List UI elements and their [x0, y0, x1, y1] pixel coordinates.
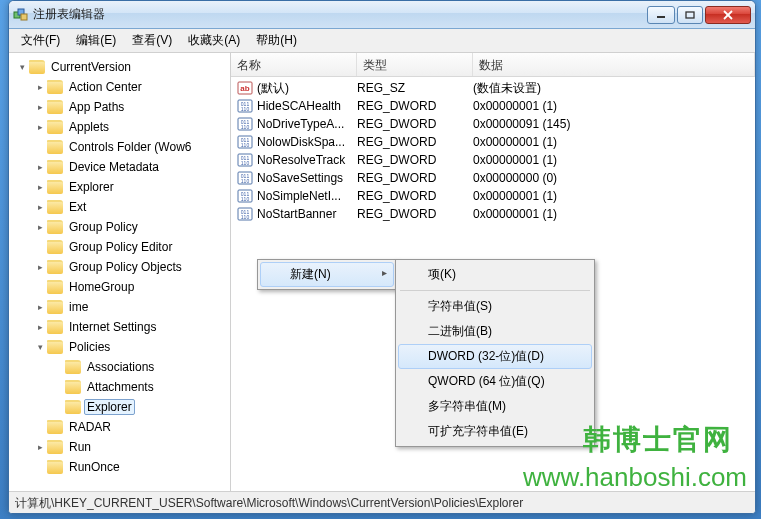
tree-expand-icon[interactable] [53, 402, 63, 412]
svg-text:110: 110 [241, 160, 250, 166]
value-row[interactable]: 011110NoDriveTypeA...REG_DWORD0x00000091… [231, 115, 755, 133]
tree-expand-icon[interactable]: ▸ [35, 322, 45, 332]
tree-expand-icon[interactable]: ▸ [35, 262, 45, 272]
tree-node[interactable]: Associations [9, 357, 230, 377]
tree-expand-icon[interactable]: ▸ [35, 222, 45, 232]
value-name: (默认) [257, 80, 357, 97]
tree-node[interactable]: HomeGroup [9, 277, 230, 297]
folder-icon [29, 60, 45, 74]
reg-dword-icon: 011110 [237, 188, 253, 204]
value-row[interactable]: 011110NoSaveSettingsREG_DWORD0x00000000 … [231, 169, 755, 187]
value-row[interactable]: 011110NoResolveTrackREG_DWORD0x00000001 … [231, 151, 755, 169]
svg-rect-4 [686, 12, 694, 18]
tree-node[interactable]: ▸Group Policy Objects [9, 257, 230, 277]
menu-edit[interactable]: 编辑(E) [68, 30, 124, 51]
tree-label: HomeGroup [66, 279, 137, 295]
tree-expand-icon[interactable] [35, 422, 45, 432]
list-body: ab(默认)REG_SZ(数值未设置)011110HideSCAHealthRE… [231, 77, 755, 223]
tree-node[interactable]: Attachments [9, 377, 230, 397]
tree-node[interactable]: Explorer [9, 397, 230, 417]
menu-new[interactable]: 新建(N) [260, 262, 394, 287]
folder-icon [47, 420, 63, 434]
tree-node[interactable]: ▸ime [9, 297, 230, 317]
menu-new-string[interactable]: 字符串值(S) [398, 294, 592, 319]
tree-node[interactable]: ▾Policies [9, 337, 230, 357]
tree-node[interactable]: ▸Internet Settings [9, 317, 230, 337]
tree-node[interactable]: ▸Ext [9, 197, 230, 217]
tree-node[interactable]: ▸Device Metadata [9, 157, 230, 177]
value-row[interactable]: 011110NoSimpleNetI...REG_DWORD0x00000001… [231, 187, 755, 205]
tree-node[interactable]: Group Policy Editor [9, 237, 230, 257]
folder-icon [65, 380, 81, 394]
menu-help[interactable]: 帮助(H) [248, 30, 305, 51]
value-type: REG_SZ [357, 81, 473, 95]
maximize-button[interactable] [677, 6, 703, 24]
tree-node[interactable]: ▸Applets [9, 117, 230, 137]
tree-node[interactable]: ▸Group Policy [9, 217, 230, 237]
menu-new-dword[interactable]: DWORD (32-位)值(D) [398, 344, 592, 369]
tree-expand-icon[interactable] [35, 282, 45, 292]
value-type: REG_DWORD [357, 189, 473, 203]
folder-icon [47, 280, 63, 294]
menu-new-binary[interactable]: 二进制值(B) [398, 319, 592, 344]
folder-icon [47, 440, 63, 454]
tree-expand-icon[interactable] [53, 382, 63, 392]
registry-editor-window: 注册表编辑器 文件(F) 编辑(E) 查看(V) 收藏夹(A) 帮助(H) ▾C… [8, 0, 756, 514]
menu-view[interactable]: 查看(V) [124, 30, 180, 51]
value-row[interactable]: ab(默认)REG_SZ(数值未设置) [231, 79, 755, 97]
value-row[interactable]: 011110NoStartBannerREG_DWORD0x00000001 (… [231, 205, 755, 223]
tree-node[interactable]: Controls Folder (Wow6 [9, 137, 230, 157]
tree-expand-icon[interactable] [35, 462, 45, 472]
menu-separator [400, 290, 590, 291]
menu-new-multistring[interactable]: 多字符串值(M) [398, 394, 592, 419]
column-data[interactable]: 数据 [473, 53, 755, 76]
menu-favorites[interactable]: 收藏夹(A) [180, 30, 248, 51]
tree-node[interactable]: RADAR [9, 417, 230, 437]
context-menu: 新建(N) [257, 259, 397, 290]
tree-node[interactable]: ▾CurrentVersion [9, 57, 230, 77]
tree-expand-icon[interactable]: ▸ [35, 82, 45, 92]
value-type: REG_DWORD [357, 207, 473, 221]
tree-expand-icon[interactable] [35, 142, 45, 152]
reg-dword-icon: 011110 [237, 152, 253, 168]
folder-icon [47, 460, 63, 474]
tree-node[interactable]: ▸Action Center [9, 77, 230, 97]
minimize-button[interactable] [647, 6, 675, 24]
tree-expand-icon[interactable]: ▾ [17, 62, 27, 72]
tree-node[interactable]: RunOnce [9, 457, 230, 477]
tree-expand-icon[interactable]: ▸ [35, 202, 45, 212]
tree-node[interactable]: ▸Explorer [9, 177, 230, 197]
titlebar[interactable]: 注册表编辑器 [9, 1, 755, 29]
value-row[interactable]: 011110HideSCAHealthREG_DWORD0x00000001 (… [231, 97, 755, 115]
tree-expand-icon[interactable]: ▾ [35, 342, 45, 352]
tree-expand-icon[interactable]: ▸ [35, 102, 45, 112]
tree-node[interactable]: ▸Run [9, 437, 230, 457]
tree-expand-icon[interactable]: ▸ [35, 162, 45, 172]
menu-new-expandstring[interactable]: 可扩充字符串值(E) [398, 419, 592, 444]
tree-expand-icon[interactable]: ▸ [35, 442, 45, 452]
value-row[interactable]: 011110NolowDiskSpa...REG_DWORD0x00000001… [231, 133, 755, 151]
column-type[interactable]: 类型 [357, 53, 473, 76]
menu-new-key[interactable]: 项(K) [398, 262, 592, 287]
close-button[interactable] [705, 6, 751, 24]
tree-label: Explorer [66, 179, 117, 195]
tree-node[interactable]: ▸App Paths [9, 97, 230, 117]
value-type: REG_DWORD [357, 117, 473, 131]
tree-label: Associations [84, 359, 157, 375]
menu-new-qword[interactable]: QWORD (64 位)值(Q) [398, 369, 592, 394]
value-data: 0x00000091 (145) [473, 117, 755, 131]
tree-expand-icon[interactable] [53, 362, 63, 372]
window-buttons [647, 6, 751, 24]
key-tree[interactable]: ▾CurrentVersion▸Action Center▸App Paths▸… [9, 53, 231, 491]
tree-expand-icon[interactable]: ▸ [35, 182, 45, 192]
value-data: (数值未设置) [473, 80, 755, 97]
value-type: REG_DWORD [357, 153, 473, 167]
column-name[interactable]: 名称 [231, 53, 357, 76]
tree-expand-icon[interactable]: ▸ [35, 122, 45, 132]
value-name: NolowDiskSpa... [257, 135, 357, 149]
menu-file[interactable]: 文件(F) [13, 30, 68, 51]
tree-expand-icon[interactable] [35, 242, 45, 252]
tree-expand-icon[interactable]: ▸ [35, 302, 45, 312]
folder-icon [47, 340, 63, 354]
folder-icon [47, 240, 63, 254]
